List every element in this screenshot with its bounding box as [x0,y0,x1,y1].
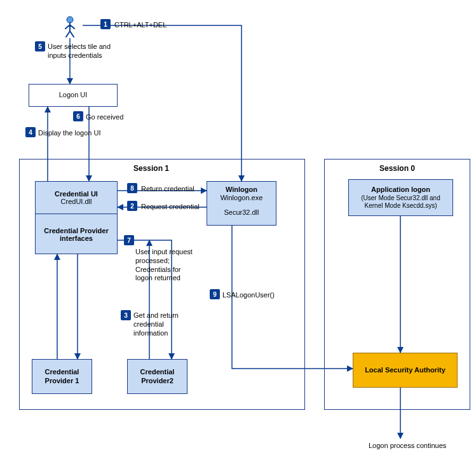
box-cp2: Credential Provider2 [127,359,187,394]
badge-8: 8 [127,183,137,193]
badge-9: 9 [210,289,220,299]
label-return-credential: Return credential [141,185,194,194]
badge-5: 5 [35,41,45,51]
user-icon [64,16,76,37]
cred-ui-title: Credential UI [55,190,98,198]
badge-6: 6 [73,111,83,121]
cred-ui-sub: CredUI.dll [61,198,92,205]
winlogon-sub1: Winlogon.exe [221,194,263,202]
winlogon-sub2: Secur32.dll [224,208,259,217]
label-display-logon-ui: Display the logon UI [38,129,100,138]
label-go-received: Go received [86,113,123,122]
app-logon-title: Application logon [371,186,430,194]
cp2-title: Credential Provider2 [130,368,184,384]
box-winlogon: Winlogon Winlogon.exe Secur32.dll [207,181,276,226]
cred-if-title: Credential Provider interfaces [38,227,114,242]
label-ctrl-alt-del: CTRL+ALT+DEL [114,21,167,30]
label-get-return-cred: Get and return credential information [133,311,184,337]
cp1-title: Credential Provider 1 [35,368,89,384]
box-cp1: Credential Provider 1 [32,359,92,394]
box-credential-stack: Credential UI CredUI.dll Credential Prov… [35,181,118,254]
label-lsalogonuser: LSALogonUser() [222,291,275,300]
badge-1: 1 [100,19,111,29]
box-app-logon: Application logon (User Mode Secur32.dll… [348,179,453,216]
badge-3: 3 [121,310,131,320]
app-logon-sub: (User Mode Secur32.dll and Kernel Mode K… [351,194,450,210]
session-1-label: Session 1 [133,164,169,173]
badge-2: 2 [127,201,137,211]
box-lsa: Local Security Authority [353,353,458,388]
label-user-input-processed: User input request processed; Credential… [135,248,199,283]
winlogon-title: Winlogon [226,186,257,194]
label-logon-continues: Logon process continues [369,442,446,451]
label-request-credential: Request credential [141,203,200,212]
svg-point-0 [67,17,73,23]
logon-ui-label: Logon UI [59,91,88,99]
label-user-selects: User selects tile and inputs credentials [48,43,124,60]
session-0-label: Session 0 [379,164,415,173]
badge-7: 7 [124,235,134,245]
badge-4: 4 [25,127,36,137]
box-logon-ui: Logon UI [29,84,118,107]
lsa-title: Local Security Authority [365,366,445,374]
